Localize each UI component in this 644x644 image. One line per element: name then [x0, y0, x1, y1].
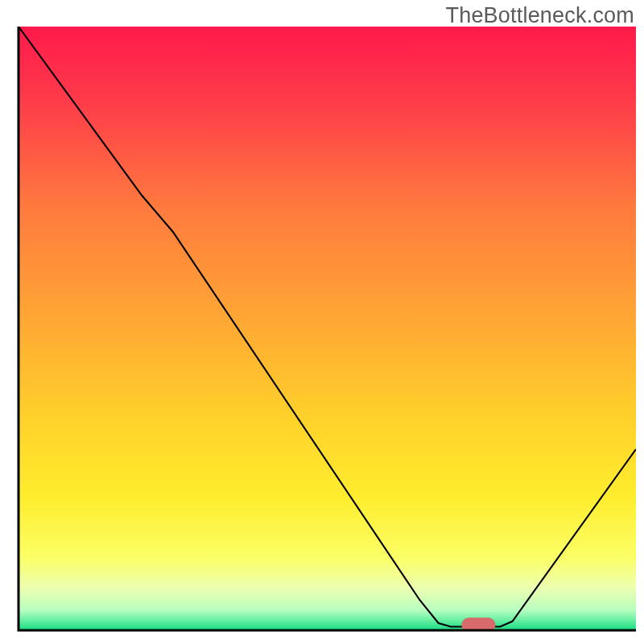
gradient-background [19, 27, 636, 630]
chart-svg [0, 0, 644, 644]
watermark-text: TheBottleneck.com [445, 3, 634, 28]
chart-stage: TheBottleneck.com [0, 0, 644, 644]
